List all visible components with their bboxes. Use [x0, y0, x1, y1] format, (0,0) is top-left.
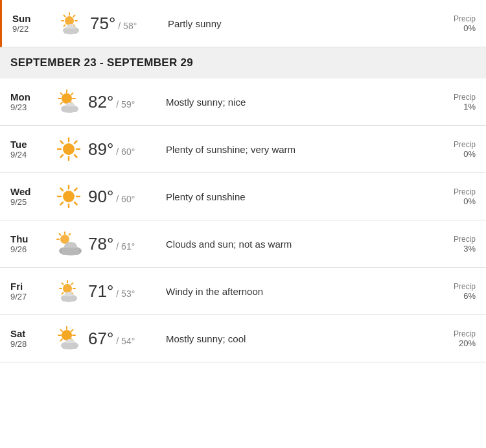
- svg-rect-69: [62, 296, 75, 301]
- precip-value: 3%: [424, 244, 476, 253]
- description: Mostly sunny; nice: [159, 97, 424, 108]
- weather-icon: [49, 230, 88, 258]
- svg-rect-55: [62, 248, 79, 255]
- svg-line-33: [61, 141, 64, 144]
- precip-block: Precip 3%: [424, 235, 476, 253]
- day-name: Mon: [10, 91, 49, 102]
- today-description: Partly sunny: [161, 18, 424, 29]
- precip-block: Precip 0%: [424, 140, 476, 159]
- temp-block: 71° / 53°: [88, 281, 159, 301]
- temp-low: / 60°: [116, 194, 135, 204]
- svg-line-78: [61, 339, 63, 341]
- today-precip-value: 0%: [424, 23, 476, 33]
- temp-low: / 61°: [116, 241, 135, 252]
- temp-block: 89° / 60°: [88, 139, 159, 159]
- day-name: Tue: [10, 139, 49, 150]
- weather-icon: [49, 135, 88, 163]
- precip-label: Precip: [424, 282, 476, 291]
- svg-line-63: [71, 283, 73, 285]
- day-info: Wed 9/25: [10, 186, 49, 207]
- description: Mostly sunny; cool: [159, 333, 424, 344]
- precip-label: Precip: [424, 93, 476, 102]
- forecast-row: Fri 9/27 71°: [0, 268, 486, 315]
- svg-rect-13: [64, 29, 77, 34]
- forecast-row: Thu 9/26 78° / 61° C: [0, 220, 486, 268]
- day-name: Wed: [10, 186, 49, 197]
- svg-point-56: [63, 284, 72, 293]
- mostly-sunny-icon: [54, 88, 83, 116]
- precip-label: Precip: [424, 329, 476, 338]
- day-date: 9/28: [10, 339, 49, 349]
- temp-high: 71°: [88, 281, 113, 301]
- temp-high: 90°: [88, 187, 113, 207]
- precip-value: 1%: [424, 102, 476, 112]
- svg-line-7: [73, 16, 75, 17]
- svg-point-37: [63, 191, 75, 202]
- sunny-icon: [54, 135, 83, 163]
- temp-high: 82°: [88, 92, 113, 112]
- temp-low: / 60°: [116, 147, 135, 157]
- day-info: Tue 9/24: [10, 139, 49, 159]
- description: Plenty of sunshine: [159, 191, 424, 202]
- svg-line-44: [75, 189, 77, 191]
- precip-label: Precip: [424, 187, 476, 196]
- temp-block: 78° / 61°: [88, 234, 159, 254]
- mostly-sunny-icon: [54, 324, 83, 353]
- today-precip: Precip 0%: [424, 14, 476, 33]
- temp-block: 90° / 60°: [88, 187, 159, 207]
- svg-line-35: [75, 141, 77, 144]
- today-precip-label: Precip: [424, 14, 476, 23]
- day-date: 9/23: [10, 102, 49, 112]
- temp-block: 82° / 59°: [88, 92, 159, 112]
- svg-line-61: [62, 283, 64, 285]
- svg-line-49: [60, 234, 61, 235]
- partly-sunny-icon: [56, 9, 85, 38]
- today-weather-icon: [51, 9, 90, 38]
- svg-line-34: [75, 155, 77, 158]
- day-date: 9/27: [10, 292, 49, 301]
- forecast-row: Wed 9/25 90° / 60° Plenty of sunshine: [0, 173, 486, 220]
- svg-line-45: [61, 202, 64, 205]
- forecast-row: Mon 9/23: [0, 78, 486, 126]
- day-info: Sat 9/28: [10, 328, 49, 349]
- temp-block: 67° / 54°: [88, 329, 159, 349]
- svg-line-50: [69, 234, 71, 235]
- temp-high: 78°: [88, 234, 113, 254]
- description: Clouds and sun; not as warm: [159, 239, 424, 250]
- weather-icon: [49, 88, 88, 116]
- svg-line-21: [71, 93, 73, 95]
- description: Windy in the afternoon: [159, 286, 424, 297]
- temp-low: / 54°: [116, 336, 135, 346]
- precip-block: Precip 6%: [424, 282, 476, 301]
- svg-line-75: [61, 330, 63, 332]
- clouds-sun-icon: [54, 230, 83, 258]
- svg-rect-27: [63, 106, 77, 112]
- day-name: Thu: [10, 233, 49, 244]
- svg-line-19: [61, 93, 63, 95]
- partly-sunny-icon: [54, 277, 83, 305]
- temp-high: 89°: [88, 139, 113, 159]
- temp-low: / 59°: [116, 99, 135, 110]
- forecast-row: Sat 9/28: [0, 315, 486, 362]
- section-header: SEPTEMBER 23 - SEPTEMBER 29: [0, 47, 486, 78]
- svg-line-64: [62, 292, 64, 294]
- svg-line-22: [61, 102, 63, 104]
- precip-label: Precip: [424, 140, 476, 149]
- svg-line-77: [71, 330, 73, 332]
- day-date: 9/26: [10, 244, 49, 254]
- today-row: Sun 9/22 75° / 58° Partly sunny Preci: [0, 0, 486, 47]
- temp-low: / 53°: [116, 289, 135, 299]
- svg-rect-83: [63, 343, 77, 349]
- precip-label: Precip: [424, 235, 476, 244]
- today-day-date: 9/22: [12, 24, 51, 34]
- temp-high: 67°: [88, 329, 113, 349]
- description: Plenty of sunshine; very warm: [159, 144, 424, 155]
- weather-icon: [49, 324, 88, 353]
- precip-value: 0%: [424, 149, 476, 159]
- precip-block: Precip 0%: [424, 187, 476, 206]
- day-info: Mon 9/23: [10, 91, 49, 112]
- today-temp-high: 75°: [90, 14, 115, 34]
- forecast-container: Mon 9/23: [0, 78, 486, 362]
- precip-value: 0%: [424, 196, 476, 206]
- weather-icon: [49, 277, 88, 305]
